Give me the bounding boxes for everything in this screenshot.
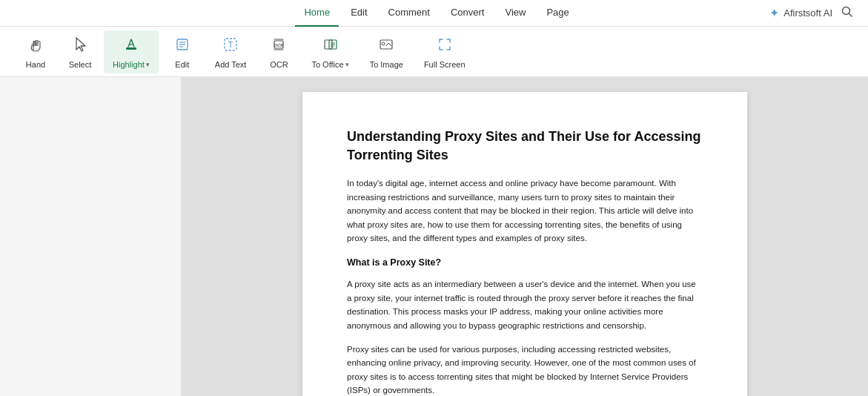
tool-edit[interactable]: Edit bbox=[162, 30, 203, 73]
menu-bar: Home Edit Comment Convert View Page ✦ Af… bbox=[0, 0, 868, 27]
tool-highlight[interactable]: Highlight ▾ bbox=[104, 30, 159, 73]
doc-page: Understanding Proxy Sites and Their Use … bbox=[302, 92, 747, 396]
search-button[interactable] bbox=[841, 6, 853, 21]
tooffice-label: To Office ▾ bbox=[311, 60, 348, 69]
svg-text:OCR: OCR bbox=[274, 43, 285, 47]
toimage-icon bbox=[377, 35, 396, 57]
select-label: Select bbox=[69, 60, 92, 69]
highlight-label: Highlight ▾ bbox=[113, 60, 150, 69]
svg-rect-2 bbox=[126, 47, 136, 50]
hand-label: Hand bbox=[26, 60, 45, 69]
tooffice-dropdown-arrow: ▾ bbox=[345, 61, 349, 68]
tool-tooffice[interactable]: To Office ▾ bbox=[302, 30, 357, 73]
addtext-label: Add Text bbox=[215, 60, 247, 69]
doc-para-2: A proxy site acts as an intermediary bet… bbox=[347, 277, 703, 332]
edit-icon bbox=[173, 35, 192, 57]
main-area: Understanding Proxy Sites and Their Use … bbox=[0, 77, 868, 396]
hand-icon bbox=[26, 35, 45, 57]
tool-fullscreen[interactable]: Full Screen bbox=[415, 30, 474, 73]
ocr-label: OCR bbox=[270, 60, 288, 69]
tool-select[interactable]: Select bbox=[59, 30, 101, 73]
ocr-icon: OCR bbox=[269, 35, 288, 57]
highlight-icon bbox=[122, 35, 141, 57]
svg-point-20 bbox=[382, 42, 385, 45]
fullscreen-icon bbox=[435, 35, 454, 57]
ai-brand: ✦ Afirstsoft AI bbox=[769, 6, 832, 20]
fullscreen-label: Full Screen bbox=[424, 60, 466, 69]
doc-title: Understanding Proxy Sites and Their Use … bbox=[347, 128, 703, 165]
menu-items: Home Edit Comment Convert View Page bbox=[104, 0, 769, 27]
left-panel bbox=[0, 77, 182, 396]
tooffice-icon bbox=[321, 35, 340, 57]
doc-section-heading-1: What is a Proxy Site? bbox=[347, 255, 703, 270]
brand-label: Afirstsoft AI bbox=[783, 7, 832, 19]
addtext-icon: T bbox=[221, 35, 240, 57]
doc-canvas[interactable]: Understanding Proxy Sites and Their Use … bbox=[182, 77, 868, 396]
tool-toimage[interactable]: To Image bbox=[361, 30, 412, 73]
toolbar: Hand Select Highlight ▾ bbox=[0, 27, 868, 77]
doc-para-1: In today's digital age, internet access … bbox=[347, 176, 703, 245]
menu-convert[interactable]: Convert bbox=[442, 0, 494, 27]
ai-star-icon: ✦ bbox=[769, 6, 779, 20]
doc-body: In today's digital age, internet access … bbox=[347, 176, 703, 396]
menu-page[interactable]: Page bbox=[537, 0, 577, 27]
doc-para-3: Proxy sites can be used for various purp… bbox=[347, 343, 703, 396]
tool-ocr[interactable]: OCR OCR bbox=[258, 30, 299, 73]
menu-comment[interactable]: Comment bbox=[380, 0, 439, 27]
select-icon bbox=[70, 35, 90, 57]
toimage-label: To Image bbox=[370, 60, 403, 69]
edit-label: Edit bbox=[175, 60, 189, 69]
menu-edit[interactable]: Edit bbox=[342, 0, 376, 27]
tool-hand[interactable]: Hand bbox=[15, 30, 56, 73]
highlight-dropdown-arrow: ▾ bbox=[146, 61, 150, 68]
svg-text:T: T bbox=[228, 40, 233, 49]
menu-bar-right: ✦ Afirstsoft AI bbox=[769, 6, 853, 21]
svg-line-1 bbox=[849, 13, 852, 16]
menu-home[interactable]: Home bbox=[295, 0, 339, 27]
menu-view[interactable]: View bbox=[496, 0, 534, 27]
tool-addtext[interactable]: T Add Text bbox=[206, 30, 256, 73]
